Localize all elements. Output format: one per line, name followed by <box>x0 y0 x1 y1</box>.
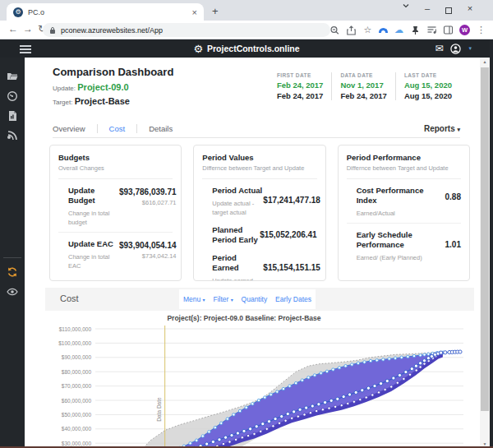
update-label: Update: <box>53 85 76 92</box>
first-date-label: FIRST DATE <box>277 72 324 78</box>
data-date-column: DATA DATE Nov 1, 2017 Feb 24, 2017 <box>331 72 395 100</box>
row-title: Update EAC <box>68 239 119 249</box>
menu-dropdown[interactable]: Menu ▾ <box>183 295 205 303</box>
bookmark-star-icon[interactable]: ☆ <box>362 25 373 35</box>
extension-cloud-icon[interactable]: ☁ <box>394 25 404 35</box>
url-text: pconew.azurewebsites.net/App <box>61 26 163 35</box>
row-value: $17,241,477.18 <box>263 196 320 205</box>
svg-text:$50,000,000: $50,000,000 <box>62 412 92 418</box>
sidebar-feed-rss-icon[interactable] <box>7 130 18 141</box>
target-value: Project-Base <box>75 96 130 106</box>
row-sub: Earned/Actual <box>357 209 431 218</box>
tab-favicon-icon: ⚙ <box>13 7 23 17</box>
row-sub: Earned/ (Early Planned) <box>357 253 427 262</box>
row-subvalue: $734,042.14 <box>119 252 177 260</box>
back-icon[interactable]: ← <box>8 23 18 35</box>
tab-cost[interactable]: Cost <box>98 124 137 133</box>
svg-text:$110,000,000: $110,000,000 <box>59 326 92 332</box>
row-value: $15,052,206.41 <box>260 230 317 239</box>
row-title: Early Schedule Performance <box>357 230 427 250</box>
zoom-icon[interactable] <box>329 25 340 35</box>
sidebar-projects-folder-icon[interactable] <box>7 71 18 82</box>
new-tab-button[interactable]: + <box>212 5 219 17</box>
extension-pin-icon[interactable] <box>410 25 421 35</box>
svg-text:$70,000,000: $70,000,000 <box>62 383 92 389</box>
row-title: Period Actual <box>212 186 263 196</box>
svg-text:Data Date: Data Date <box>156 397 162 422</box>
share-icon[interactable] <box>346 25 357 35</box>
tab-close-icon[interactable]: × <box>192 7 197 17</box>
row-subvalue: $616,027.71 <box>119 199 177 206</box>
user-account-icon[interactable] <box>450 44 461 54</box>
card-title: Budgets <box>58 153 173 162</box>
browser-tab-strip: ⚙ PC.o × + – × <box>0 0 493 21</box>
app-header: ⚙ ProjectControls.online ✉ ▾ <box>0 39 493 58</box>
cost-performance-index-row: Cost Performance IndexEarned/Actual 0.88 <box>347 179 461 223</box>
row-value: 1.01 <box>445 240 461 249</box>
sidebar-sync-icon[interactable] <box>7 266 18 278</box>
lock-icon <box>49 26 56 35</box>
cost-chart: Project(s): Project-09.0 Baseline: Proje… <box>25 312 480 448</box>
sidebar-dashboard-gauge-icon[interactable] <box>7 90 18 102</box>
row-title: Cost Performance Index <box>357 186 435 206</box>
window-minimize-button[interactable]: – <box>421 3 434 13</box>
mail-icon[interactable]: ✉ <box>435 43 443 54</box>
app-brand[interactable]: ⚙ ProjectControls.online <box>0 39 493 58</box>
window-close-button[interactable]: × <box>463 3 477 13</box>
row-sub: Change in total EAC <box>68 252 119 271</box>
chart-title: Project(s): Project-09.0 Baseline: Proje… <box>25 314 463 322</box>
svg-text:$30,000,000: $30,000,000 <box>62 441 92 446</box>
tab-details[interactable]: Details <box>137 124 184 133</box>
cost-section-title: Cost <box>60 293 79 303</box>
row-value: $93,904,054.14 <box>119 241 177 250</box>
filter-dropdown[interactable]: Filter ▾ <box>213 295 233 303</box>
page-scrollbar[interactable]: ▲ ▼ <box>480 58 490 448</box>
dates-panel: FIRST DATE Feb 24, 2017 Feb 24, 2017 DAT… <box>269 72 460 100</box>
page-title: Comparison Dashboard <box>53 66 173 78</box>
row-value: $93,786,039.71 <box>119 187 177 196</box>
playlist-icon[interactable] <box>426 25 437 35</box>
tab-search-chevron-icon[interactable] <box>399 2 412 12</box>
side-panel-icon[interactable] <box>443 25 454 35</box>
row-value: $15,154,151.15 <box>263 263 320 272</box>
summary-cards: Budgets Overall Changes Update BudgetCha… <box>49 145 470 281</box>
period-earned-row: Period EarnedUpdate earned - Target earn… <box>202 247 316 281</box>
card-subtitle: Differnce between Target and Update <box>347 164 461 172</box>
early-schedule-performance-row: Early Schedule PerformanceEarned/ (Early… <box>347 223 461 267</box>
reports-dropdown[interactable]: Reports ▾ <box>424 124 460 133</box>
cost-s-curve-chart: $110,000,000$100,000,000$90,000,000$80,0… <box>25 312 480 448</box>
extension-arc-icon[interactable] <box>379 28 388 33</box>
dashboard-tabs: Overview Cost Details Reports ▾ <box>53 120 460 138</box>
card-subtitle: Differnce between Target and Update <box>202 164 316 172</box>
data-date-target: Feb 24, 2017 <box>340 91 387 100</box>
url-bar[interactable]: pconew.azurewebsites.net/App <box>43 23 330 37</box>
sidebar-report-file-icon[interactable] <box>7 110 18 122</box>
last-date-update: Aug 15, 2020 <box>404 81 452 90</box>
early-dates-link[interactable]: Early Dates <box>275 295 311 303</box>
main-content: Comparison Dashboard Update: Project-09.… <box>25 58 480 448</box>
row-sub: Change in total budget <box>68 209 119 228</box>
update-budget-row: Update BudgetChange in total budget $93,… <box>58 179 173 232</box>
tab-overview[interactable]: Overview <box>53 124 97 133</box>
window-maximize-button[interactable] <box>442 6 455 16</box>
row-sub: Update earned - Target earned <box>212 276 263 281</box>
browser-window: ⚙ PC.o × + – × ← → ↻ pconew.azurewebsite… <box>0 0 493 448</box>
scrollbar-thumb[interactable] <box>481 67 489 411</box>
profile-avatar[interactable]: W <box>459 25 470 35</box>
scroll-up-icon[interactable]: ▲ <box>480 59 490 64</box>
browser-tab[interactable]: ⚙ PC.o × <box>7 3 204 21</box>
sidebar-view-eye-icon[interactable] <box>7 286 18 298</box>
app-sidebar <box>0 58 25 448</box>
browser-menu-icon[interactable]: ⋮ <box>476 25 486 35</box>
data-date-label: DATA DATE <box>340 72 387 78</box>
last-date-column: LAST DATE Aug 15, 2020 Aug 15, 2020 <box>395 72 460 100</box>
cost-section-bar: Cost Menu ▾ Filter ▾ Quantity Early Date… <box>45 288 474 311</box>
user-caret-icon[interactable]: ▾ <box>468 45 472 52</box>
browser-toolbar: ← → ↻ pconew.azurewebsites.net/App ☆ ☁ W… <box>0 21 493 39</box>
sidebar-divider <box>3 257 21 258</box>
app-logo-gear-icon: ⚙ <box>193 43 203 55</box>
quantity-link[interactable]: Quantity <box>242 295 268 303</box>
update-eac-row: Update EACChange in total EAC $93,904,05… <box>58 232 173 275</box>
chart-controls: Menu ▾ Filter ▾ Quantity Early Dates <box>179 289 316 309</box>
forward-icon[interactable]: → <box>23 23 33 35</box>
